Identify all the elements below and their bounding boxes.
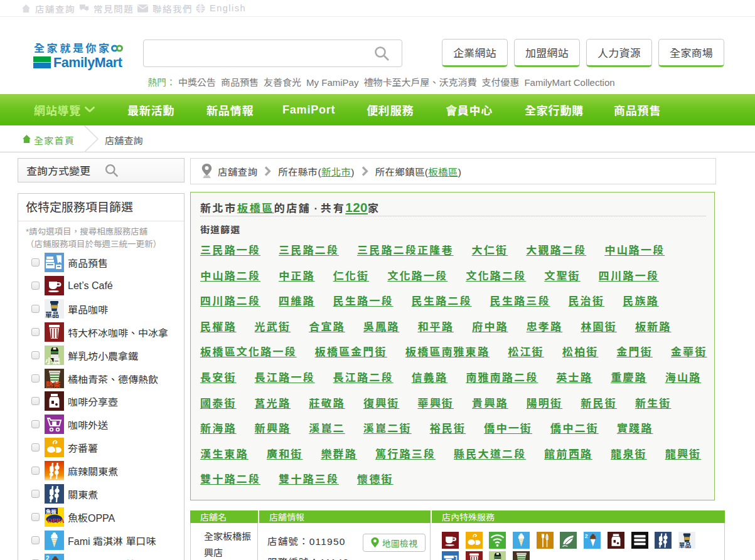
svg-text:2: 2 (46, 555, 50, 560)
svg-text:單品: 單品 (45, 309, 59, 319)
svg-text:OPPA: OPPA (47, 515, 64, 525)
svg-text:熱茶: 熱茶 (46, 379, 61, 389)
svg-text:魚板: 魚板 (45, 507, 57, 515)
svg-text:2: 2 (585, 533, 588, 539)
svg-text:小農: 小農 (45, 355, 60, 366)
svg-text:單品: 單品 (679, 541, 692, 549)
